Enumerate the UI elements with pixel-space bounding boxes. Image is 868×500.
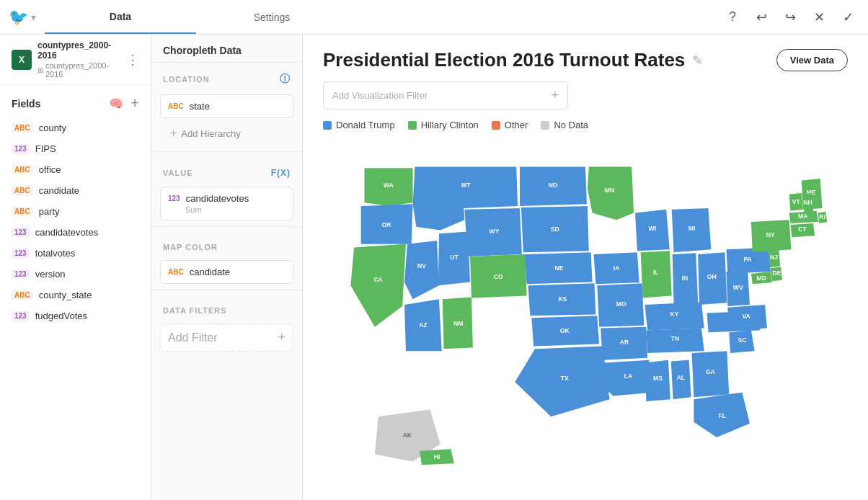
field-county[interactable]: ABC county xyxy=(0,117,151,138)
brain-icon[interactable]: 🧠 xyxy=(109,97,123,110)
state-nv[interactable] xyxy=(404,241,439,299)
state-wv[interactable] xyxy=(726,270,750,306)
field-type-abc: ABC xyxy=(12,207,33,216)
value-chip[interactable]: 123 candidatevotes Sum xyxy=(160,187,293,220)
state-mi[interactable] xyxy=(672,208,712,252)
state-mo[interactable] xyxy=(597,283,644,326)
undo-icon[interactable]: ↩ xyxy=(753,9,770,26)
legend-other: Other xyxy=(492,120,528,130)
state-ny[interactable] xyxy=(751,220,792,252)
chip-type-123: 123 xyxy=(168,195,180,202)
field-type-abc: ABC xyxy=(12,290,33,300)
state-mn[interactable] xyxy=(588,166,634,220)
fields-panel: X countypres_2000-2016 ⊞ countypres_2000… xyxy=(0,35,151,500)
tab-settings[interactable]: Settings xyxy=(196,1,347,33)
field-name: county_state xyxy=(39,290,92,300)
state-ca[interactable] xyxy=(350,244,406,327)
state-wa[interactable] xyxy=(364,168,412,206)
legend-label-clinton: Hillary Clinton xyxy=(421,120,479,130)
location-info-icon[interactable]: ⓘ xyxy=(280,73,291,86)
state-ga[interactable] xyxy=(692,351,730,397)
fx-label[interactable]: F(x) xyxy=(271,168,291,178)
state-ma[interactable] xyxy=(789,211,818,223)
top-bar: 🐦 ▾ Data Settings ? ↩ ↪ ✕ ✓ xyxy=(0,0,868,35)
field-type-abc: ABC xyxy=(12,165,33,174)
state-ut[interactable] xyxy=(438,231,470,285)
field-fips[interactable]: 123 FIPS xyxy=(0,138,151,159)
confirm-icon[interactable]: ✓ xyxy=(839,9,856,26)
state-wy[interactable] xyxy=(464,208,522,256)
state-ri[interactable] xyxy=(818,212,827,223)
state-nj[interactable] xyxy=(769,248,780,267)
field-name: party xyxy=(39,206,60,217)
state-sc[interactable] xyxy=(729,330,754,353)
state-co[interactable] xyxy=(470,254,527,298)
map-color-chip[interactable]: ABC candidate xyxy=(160,260,293,284)
add-hierarchy-btn[interactable]: + Add Hierarchy xyxy=(160,121,293,146)
state-nm[interactable] xyxy=(443,297,473,349)
state-il[interactable] xyxy=(641,251,672,298)
field-name: FIPS xyxy=(35,143,56,154)
state-ky[interactable] xyxy=(645,302,704,330)
state-vt[interactable] xyxy=(789,193,803,211)
chart-title: Presidential Election 2016 Turnout Rates xyxy=(323,49,685,71)
filter-placeholder: Add Visualization Filter xyxy=(332,90,428,101)
close-icon[interactable]: ✕ xyxy=(810,9,828,26)
add-field-icon[interactable]: + xyxy=(130,95,139,112)
state-tn[interactable] xyxy=(646,329,704,353)
chip-type-abc: ABC xyxy=(168,102,184,110)
state-mt[interactable] xyxy=(415,166,518,207)
state-az[interactable] xyxy=(404,299,442,351)
state-in[interactable] xyxy=(673,253,698,305)
legend-trump: Donald Trump xyxy=(323,120,395,130)
state-wi[interactable] xyxy=(635,210,670,251)
value-section: VALUE F(x) xyxy=(151,158,302,184)
field-version[interactable]: 123 version xyxy=(0,264,151,285)
state-ok[interactable] xyxy=(531,316,599,346)
datasource-info: countypres_2000-2016 ⊞ countypres_2000-2… xyxy=(37,40,120,79)
state-al[interactable] xyxy=(671,360,691,400)
state-ne[interactable] xyxy=(525,252,593,284)
field-name: totalvotes xyxy=(35,248,76,259)
state-ar[interactable] xyxy=(601,327,647,360)
redo-icon[interactable]: ↪ xyxy=(781,9,799,26)
state-fl[interactable] xyxy=(694,393,750,437)
help-icon[interactable]: ? xyxy=(724,9,741,26)
datasource-menu-icon[interactable]: ⋮ xyxy=(126,52,139,68)
field-fudgedvotes[interactable]: 123 fudgedVotes xyxy=(0,305,151,326)
view-data-button[interactable]: View Data xyxy=(776,49,848,71)
fields-header: Fields 🧠 + xyxy=(0,85,151,117)
chip-type-abc2: ABC xyxy=(168,268,184,276)
field-office[interactable]: ABC office xyxy=(0,159,151,180)
state-va[interactable] xyxy=(727,305,767,330)
state-or[interactable] xyxy=(361,204,413,244)
state-ks[interactable] xyxy=(528,283,595,316)
tab-data[interactable]: Data xyxy=(45,1,196,34)
field-county-state[interactable]: ABC county_state xyxy=(0,285,151,305)
state-ms[interactable] xyxy=(645,360,670,401)
field-candidatevotes[interactable]: 123 candidatevotes xyxy=(0,222,151,243)
state-oh[interactable] xyxy=(698,252,727,305)
state-tx[interactable] xyxy=(515,346,609,416)
choropleth-panel: Choropleth Data LOCATION ⓘ ABC state + A… xyxy=(151,35,303,500)
us-map: WA OR CA NV ID MT WY xyxy=(323,140,848,486)
legend-dot-other xyxy=(492,121,500,130)
fields-title: Fields xyxy=(12,98,40,110)
state-sd[interactable] xyxy=(521,206,589,252)
logo-chevron[interactable]: ▾ xyxy=(31,12,36,23)
state-ia[interactable] xyxy=(593,252,639,284)
filter-bar[interactable]: Add Visualization Filter + xyxy=(323,81,568,110)
state-ct[interactable] xyxy=(790,223,815,237)
location-chip[interactable]: ABC state xyxy=(160,94,293,118)
state-de[interactable] xyxy=(771,267,782,281)
field-totalvotes[interactable]: 123 totalvotes xyxy=(0,243,151,264)
state-nh[interactable] xyxy=(803,193,813,215)
state-md[interactable] xyxy=(751,272,772,284)
add-filter-btn[interactable]: Add Filter + xyxy=(160,323,293,352)
field-candidate[interactable]: ABC candidate xyxy=(0,180,151,201)
state-nd[interactable] xyxy=(520,166,587,206)
field-name: candidate xyxy=(39,185,79,196)
state-hi[interactable] xyxy=(420,449,454,465)
edit-title-icon[interactable]: ✎ xyxy=(692,53,703,68)
field-party[interactable]: ABC party xyxy=(0,201,151,222)
